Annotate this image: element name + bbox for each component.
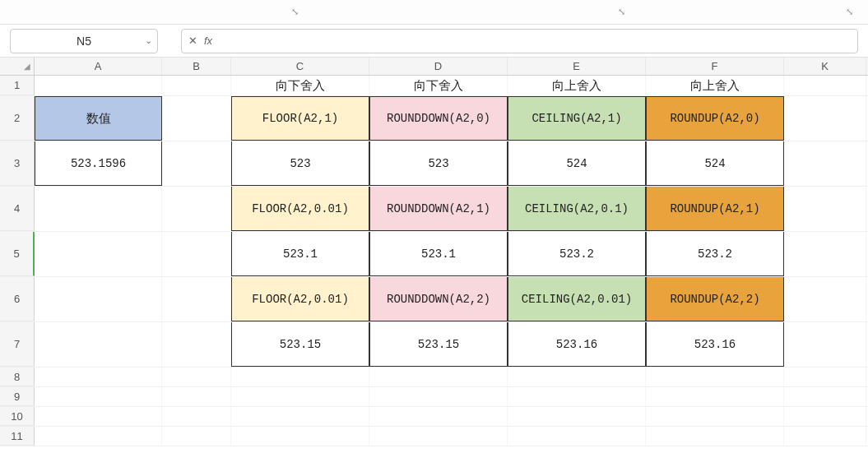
cell-C6[interactable]: FLOOR(A2,0.01) — [231, 277, 369, 321]
cell-F9[interactable] — [646, 387, 784, 406]
cell-K10[interactable] — [784, 407, 866, 426]
cell-E6[interactable]: CEILING(A2,0.01) — [508, 277, 646, 321]
cell-C1[interactable]: 向下舍入 — [231, 76, 369, 95]
fx-icon[interactable]: fx — [204, 35, 212, 47]
cell-A1[interactable] — [35, 76, 162, 95]
cell-E9[interactable] — [508, 387, 646, 406]
cell-E4[interactable]: CEILING(A2,0.1) — [508, 187, 646, 231]
cell-C11[interactable] — [231, 427, 369, 446]
cell-F8[interactable] — [646, 368, 784, 386]
cell-E2[interactable]: CEILING(A2,1) — [508, 96, 646, 141]
cell-A8[interactable] — [35, 368, 162, 386]
cell-C3[interactable]: 523 — [231, 141, 369, 186]
cell-B5[interactable] — [162, 232, 231, 276]
cell-F6[interactable]: ROUNDUP(A2,2) — [646, 277, 784, 321]
cell-D9[interactable] — [369, 387, 508, 406]
row-header-11[interactable]: 11 — [0, 427, 35, 446]
cell-D10[interactable] — [369, 407, 508, 426]
cell-C10[interactable] — [231, 407, 369, 426]
cell-F7[interactable]: 523.16 — [646, 322, 784, 367]
cell-C7[interactable]: 523.15 — [231, 322, 369, 367]
cell-B8[interactable] — [162, 368, 231, 386]
col-header-C[interactable]: C — [231, 58, 369, 75]
cell-K1[interactable] — [784, 76, 866, 95]
cell-C8[interactable] — [231, 368, 369, 386]
cell-E3[interactable]: 524 — [508, 141, 646, 186]
cell-D8[interactable] — [369, 368, 508, 386]
row-header-7[interactable]: 7 — [0, 322, 35, 367]
row-header-6[interactable]: 6 — [0, 277, 35, 321]
cell-F3[interactable]: 524 — [646, 141, 784, 186]
cell-A3[interactable]: 523.1596 — [35, 141, 162, 186]
cell-A5[interactable] — [35, 232, 162, 276]
row-header-5[interactable]: 5 — [0, 232, 35, 276]
spreadsheet-grid[interactable]: ◢ A B C D E F K 1 向下舍入 向下舍入 向上舍入 向上舍入 2 … — [0, 58, 868, 446]
cell-D6[interactable]: ROUNDDOWN(A2,2) — [369, 277, 508, 321]
cell-A4[interactable] — [35, 187, 162, 231]
cell-K2[interactable] — [784, 96, 866, 141]
col-header-K[interactable]: K — [784, 58, 866, 75]
cell-D11[interactable] — [369, 427, 508, 446]
cell-C2[interactable]: FLOOR(A2,1) — [231, 96, 369, 141]
row-header-9[interactable]: 9 — [0, 387, 35, 406]
cell-E1[interactable]: 向上舍入 — [508, 76, 646, 95]
cell-B11[interactable] — [162, 427, 231, 446]
cell-A9[interactable] — [35, 387, 162, 406]
cell-E8[interactable] — [508, 368, 646, 386]
cell-B2[interactable] — [162, 96, 231, 141]
cell-B10[interactable] — [162, 407, 231, 426]
cell-D3[interactable]: 523 — [369, 141, 508, 186]
row-header-1[interactable]: 1 — [0, 76, 35, 95]
col-header-E[interactable]: E — [508, 58, 646, 75]
cell-E5[interactable]: 523.2 — [508, 232, 646, 276]
cell-B7[interactable] — [162, 322, 231, 367]
cell-D4[interactable]: ROUNDDOWN(A2,1) — [369, 187, 508, 231]
cell-F1[interactable]: 向上舍入 — [646, 76, 784, 95]
section-expand-icon[interactable]: ⤡ — [615, 7, 629, 17]
cell-A11[interactable] — [35, 427, 162, 446]
cell-A2[interactable]: 数值 — [35, 96, 162, 141]
cell-E7[interactable]: 523.16 — [508, 322, 646, 367]
col-header-A[interactable]: A — [35, 58, 162, 75]
formula-input[interactable] — [219, 30, 851, 52]
cell-K6[interactable] — [784, 277, 866, 321]
cell-D5[interactable]: 523.1 — [369, 232, 508, 276]
cell-F4[interactable]: ROUNDUP(A2,1) — [646, 187, 784, 231]
row-header-3[interactable]: 3 — [0, 141, 35, 186]
col-header-D[interactable]: D — [369, 58, 508, 75]
select-all-corner[interactable]: ◢ — [0, 58, 35, 75]
cell-E10[interactable] — [508, 407, 646, 426]
cell-F11[interactable] — [646, 427, 784, 446]
cell-K3[interactable] — [784, 141, 866, 186]
cell-C4[interactable]: FLOOR(A2,0.01) — [231, 187, 369, 231]
cell-B9[interactable] — [162, 387, 231, 406]
chevron-down-icon[interactable]: ⌄ — [145, 35, 152, 46]
cell-B1[interactable] — [162, 76, 231, 95]
row-header-4[interactable]: 4 — [0, 187, 35, 231]
cell-C5[interactable]: 523.1 — [231, 232, 369, 276]
cell-D1[interactable]: 向下舍入 — [369, 76, 508, 95]
cell-B3[interactable] — [162, 141, 231, 186]
cell-K9[interactable] — [784, 387, 866, 406]
section-expand-icon[interactable]: ⤡ — [288, 7, 302, 17]
cell-A6[interactable] — [35, 277, 162, 321]
cancel-icon[interactable]: ✕ — [188, 35, 197, 47]
row-header-8[interactable]: 8 — [0, 368, 35, 386]
cell-F5[interactable]: 523.2 — [646, 232, 784, 276]
cell-E11[interactable] — [508, 427, 646, 446]
cell-C9[interactable] — [231, 387, 369, 406]
cell-K7[interactable] — [784, 322, 866, 367]
cell-F10[interactable] — [646, 407, 784, 426]
cell-D7[interactable]: 523.15 — [369, 322, 508, 367]
cell-A7[interactable] — [35, 322, 162, 367]
cell-A10[interactable] — [35, 407, 162, 426]
cell-K5[interactable] — [784, 232, 866, 276]
cell-D2[interactable]: ROUNDDOWN(A2,0) — [369, 96, 508, 141]
name-box[interactable]: N5 ⌄ — [10, 29, 158, 53]
cell-K8[interactable] — [784, 368, 866, 386]
cell-F2[interactable]: ROUNDUP(A2,0) — [646, 96, 784, 141]
col-header-B[interactable]: B — [162, 58, 231, 75]
row-header-2[interactable]: 2 — [0, 96, 35, 141]
cell-K11[interactable] — [784, 427, 866, 446]
cell-K4[interactable] — [784, 187, 866, 231]
